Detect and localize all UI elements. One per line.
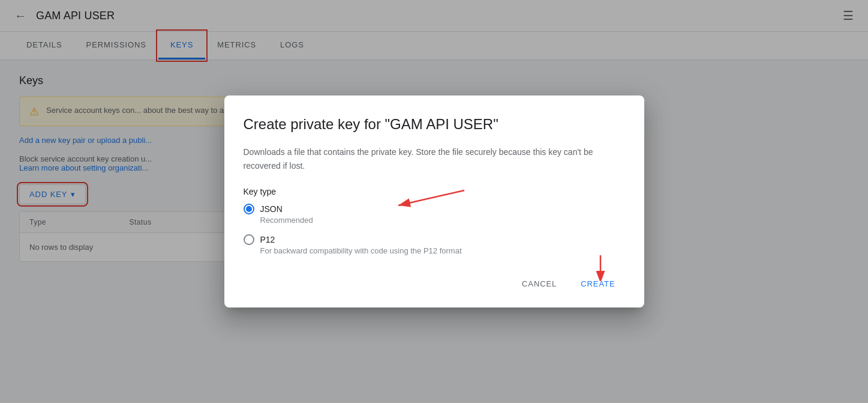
json-radio-button[interactable] [244,204,254,214]
p12-radio-sublabel: For backward compatibility with code usi… [260,246,625,255]
p12-radio-label: P12 [260,235,275,244]
modal-overlay: Create private key for "GAM API USER" Do… [0,0,868,403]
dialog-title: Create private key for "GAM API USER" [244,115,625,133]
page-background: ← GAM API USER ☰ DETAILS PERMISSIONS KEY… [0,0,868,403]
p12-radio-option[interactable]: P12 For backward compatibility with code… [244,234,625,255]
dialog-description: Downloads a file that contains the priva… [244,145,625,172]
json-radio-row: JSON [244,204,625,214]
dialog-actions: CANCEL CREATE [244,274,625,293]
json-radio-label: JSON [260,204,283,214]
p12-radio-button[interactable] [244,234,254,245]
key-type-label: Key type [244,187,625,196]
create-button[interactable]: CREATE [571,274,624,293]
create-key-dialog: Create private key for "GAM API USER" Do… [224,95,644,308]
json-radio-option[interactable]: JSON Recommended [244,204,625,225]
p12-radio-row: P12 [244,234,625,245]
cancel-button[interactable]: CANCEL [512,274,566,293]
json-radio-sublabel: Recommended [260,216,625,225]
